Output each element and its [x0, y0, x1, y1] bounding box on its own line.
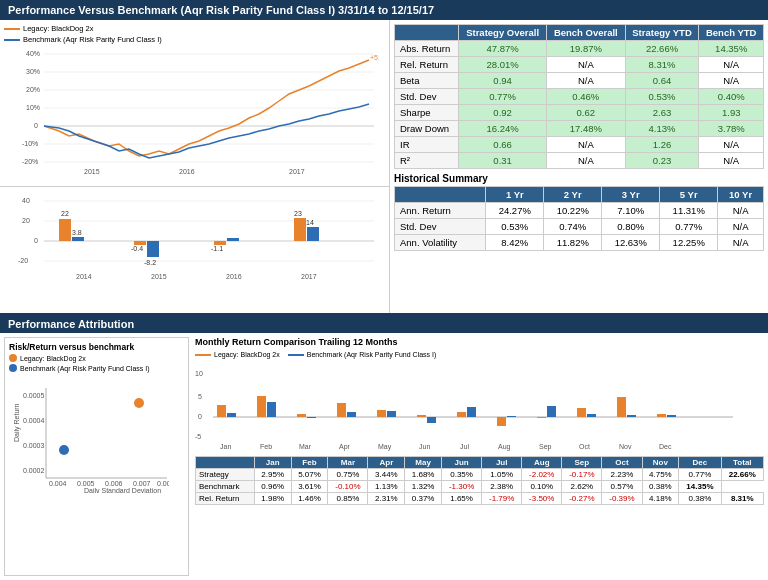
orange-legend-line [4, 28, 20, 30]
right-stats: Strategy Overall Bench Overall Strategy … [390, 20, 768, 313]
svg-rect-76 [387, 411, 396, 417]
hist-col-0 [395, 187, 486, 203]
monthly-table-wrap: JanFebMarAprMayJunJulAugSepOctNovDecTota… [195, 456, 764, 505]
svg-text:40: 40 [22, 197, 30, 204]
svg-text:-8.2: -8.2 [144, 259, 156, 266]
svg-rect-39 [307, 227, 319, 241]
svg-text:-20%: -20% [22, 158, 38, 165]
svg-text:+51%: +51% [370, 54, 379, 61]
bottom-content: Risk/Return versus benchmark Legacy: Bla… [0, 333, 768, 580]
svg-rect-90 [577, 408, 586, 417]
svg-text:0.0003: 0.0003 [23, 442, 45, 449]
svg-text:14: 14 [306, 219, 314, 226]
svg-text:Aug: Aug [498, 443, 511, 451]
blue-legend-line [4, 39, 20, 41]
svg-text:Nov: Nov [619, 443, 632, 450]
svg-text:0: 0 [198, 413, 202, 420]
svg-rect-88 [547, 406, 556, 417]
svg-text:-1.1: -1.1 [211, 245, 223, 252]
svg-rect-84 [497, 417, 506, 426]
svg-rect-32 [147, 241, 159, 257]
hist-summary-section: Historical Summary 1 Yr 2 Yr 3 Yr 5 Yr 1… [394, 173, 764, 251]
svg-rect-63 [217, 405, 226, 417]
svg-rect-26 [59, 219, 71, 241]
col-strategy-ytd: Strategy YTD [625, 25, 699, 41]
monthly-legend-orange-line [195, 354, 211, 356]
svg-text:Mar: Mar [299, 443, 312, 450]
svg-text:0.007: 0.007 [133, 480, 151, 487]
svg-text:2014: 2014 [76, 273, 92, 280]
svg-text:Sep: Sep [539, 443, 552, 451]
svg-rect-94 [627, 415, 636, 417]
svg-text:23: 23 [294, 210, 302, 217]
svg-text:20%: 20% [26, 86, 40, 93]
svg-text:30%: 30% [26, 68, 40, 75]
bottom-title: Performance Attribution [8, 318, 134, 330]
svg-rect-72 [337, 403, 346, 417]
svg-text:Daily Standard Deviation: Daily Standard Deviation [84, 487, 161, 493]
monthly-legend-legacy-label: Legacy: BlackDog 2x [214, 351, 280, 358]
hist-col-10yr: 10 Yr [718, 187, 764, 203]
line-chart-legend: Legacy: BlackDog 2x [4, 24, 385, 33]
hist-col-1yr: 1 Yr [486, 187, 544, 203]
svg-text:Jun: Jun [419, 443, 430, 450]
svg-rect-69 [297, 414, 306, 417]
svg-text:0.005: 0.005 [77, 480, 95, 487]
svg-rect-66 [257, 396, 266, 417]
bar-chart-svg: 40 20 0 -20 22 3.8 -0.4 [4, 191, 379, 309]
svg-rect-36 [227, 238, 239, 241]
svg-rect-93 [617, 397, 626, 417]
svg-text:-0.4: -0.4 [131, 245, 143, 252]
svg-text:22: 22 [61, 210, 69, 217]
scatter-legend-legacy-label: Legacy: BlackDog 2x [20, 355, 86, 362]
svg-text:20: 20 [22, 217, 30, 224]
monthly-bar-svg: 10 5 0 -5 Jan Feb [195, 364, 735, 454]
col-bench-ytd: Bench YTD [699, 25, 764, 41]
main-container: Performance Versus Benchmark (Aqr Risk P… [0, 0, 768, 580]
svg-text:2016: 2016 [179, 168, 195, 175]
svg-rect-73 [347, 412, 356, 417]
svg-text:0.008: 0.008 [157, 480, 169, 487]
top-content: Legacy: BlackDog 2x Benchmark (Aqr Risk … [0, 20, 768, 315]
svg-text:0.006: 0.006 [105, 480, 123, 487]
left-charts: Legacy: BlackDog 2x Benchmark (Aqr Risk … [0, 20, 390, 313]
top-header: Performance Versus Benchmark (Aqr Risk P… [0, 0, 768, 20]
monthly-legend-legacy: Legacy: BlackDog 2x [195, 351, 280, 358]
svg-text:Apr: Apr [339, 443, 351, 451]
svg-text:5: 5 [198, 393, 202, 400]
bottom-section: Performance Attribution Risk/Return vers… [0, 315, 768, 580]
bar-chart-area: 40 20 0 -20 22 3.8 -0.4 [0, 187, 389, 313]
svg-rect-96 [657, 414, 666, 417]
svg-rect-97 [667, 415, 676, 417]
line-chart-legend-bench: Benchmark (Aqr Risk Parity Fund Class I) [4, 35, 385, 44]
svg-text:0.0005: 0.0005 [23, 392, 45, 399]
top-title: Performance Versus Benchmark (Aqr Risk P… [8, 4, 434, 16]
svg-text:Dec: Dec [659, 443, 672, 450]
svg-text:-5: -5 [195, 433, 201, 440]
svg-rect-85 [507, 416, 516, 417]
svg-text:0.0002: 0.0002 [23, 467, 45, 474]
monthly-legend-bench: Benchmark (Aqr Risk Parity Fund Class I) [288, 351, 437, 358]
svg-text:10%: 10% [26, 104, 40, 111]
svg-rect-79 [427, 417, 436, 423]
line-chart-svg: 40% 30% 20% 10% 0 -10% -20% 201 [4, 46, 379, 176]
monthly-table: JanFebMarAprMayJunJulAugSepOctNovDecTota… [195, 456, 764, 505]
scatter-point-legacy [134, 398, 144, 408]
scatter-point-bench [59, 445, 69, 455]
svg-rect-64 [227, 413, 236, 417]
svg-rect-75 [377, 410, 386, 417]
svg-text:Jul: Jul [460, 443, 469, 450]
scatter-area: Risk/Return versus benchmark Legacy: Bla… [4, 337, 189, 576]
monthly-legend-bench-label: Benchmark (Aqr Risk Parity Fund Class I) [307, 351, 437, 358]
monthly-area: Monthly Return Comparison Trailing 12 Mo… [195, 337, 764, 576]
svg-rect-28 [72, 237, 84, 241]
svg-text:2015: 2015 [84, 168, 100, 175]
hist-col-2yr: 2 Yr [544, 187, 602, 203]
scatter-legend-legacy: Legacy: BlackDog 2x [9, 354, 184, 362]
svg-text:Oct: Oct [579, 443, 590, 450]
svg-text:Daily Return: Daily Return [13, 403, 21, 442]
scatter-dot-orange [9, 354, 17, 362]
svg-text:2015: 2015 [151, 273, 167, 280]
scatter-title: Risk/Return versus benchmark [9, 342, 184, 352]
svg-rect-91 [587, 414, 596, 417]
